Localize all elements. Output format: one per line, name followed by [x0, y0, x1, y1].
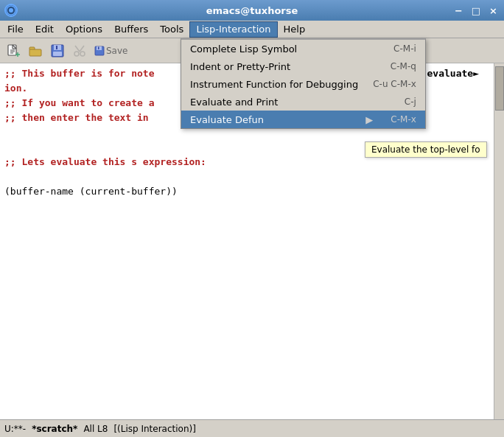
minimize-button[interactable]: − [452, 5, 465, 16]
menu-buffers[interactable]: Buffers [108, 21, 154, 38]
menu-evaluate-defun[interactable]: Evaluate Defun ▶ C-M-x [181, 111, 425, 128]
app-logo [4, 4, 18, 17]
maximize-button[interactable]: □ [469, 5, 483, 16]
svg-line-17 [75, 46, 80, 52]
menu-lisp-interaction[interactable]: Lisp-Interaction [189, 21, 277, 38]
menu-instrument-function[interactable]: Instrument Function for Debugging C-u C-… [181, 75, 425, 93]
menu-indent-pretty-print[interactable]: Indent or Pretty-Print C-M-q [181, 57, 425, 75]
editor-line-9: (buffer-name (current-buffer)) [4, 184, 489, 199]
titlebar-controls: − □ × [452, 5, 500, 16]
svg-rect-15 [56, 46, 57, 49]
tooltip: Evaluate the top-level fo [365, 141, 487, 158]
cut-button[interactable] [69, 41, 90, 61]
titlebar-title: emacs@tuxhorse [206, 5, 298, 16]
svg-line-18 [80, 46, 84, 52]
close-button[interactable]: × [487, 5, 500, 16]
menu-tools[interactable]: Tools [154, 21, 189, 38]
menu-evaluate-and-print[interactable]: Evaluate and Print C-j [181, 93, 425, 111]
status-position: All L8 [83, 424, 108, 434]
svg-rect-12 [29, 49, 41, 56]
editor-line-8 [4, 169, 489, 184]
status-major-mode: [(Lisp Interaction)] [113, 424, 196, 434]
statusbar: U:**- *scratch* All L8 [(Lisp Interactio… [0, 419, 504, 437]
save-file-button[interactable] [47, 41, 68, 61]
svg-point-1 [9, 8, 13, 13]
menu-file[interactable]: File [1, 21, 29, 38]
menu-edit[interactable]: Edit [29, 21, 60, 38]
open-file-button[interactable] [25, 41, 46, 61]
svg-rect-23 [98, 46, 99, 49]
menubar: File Edit Options Buffers Tools Lisp-Int… [0, 21, 504, 38]
svg-point-19 [74, 52, 79, 56]
scrollbar[interactable] [494, 63, 504, 419]
svg-rect-16 [53, 52, 62, 56]
lisp-interaction-menu: Complete Lisp Symbol C-M-i Indent or Pre… [181, 38, 426, 129]
titlebar: emacs@tuxhorse − □ × [0, 0, 504, 21]
menu-help[interactable]: Help [278, 21, 312, 38]
new-file-button[interactable] [3, 41, 24, 61]
save-label: Save [91, 46, 130, 56]
svg-point-20 [80, 52, 85, 56]
menu-options[interactable]: Options [60, 21, 108, 38]
menu-complete-lisp-symbol[interactable]: Complete Lisp Symbol C-M-i [181, 40, 425, 57]
status-mode: U:**- [4, 424, 26, 434]
status-buffer: *scratch* [32, 424, 77, 434]
scroll-thumb[interactable] [495, 66, 504, 111]
